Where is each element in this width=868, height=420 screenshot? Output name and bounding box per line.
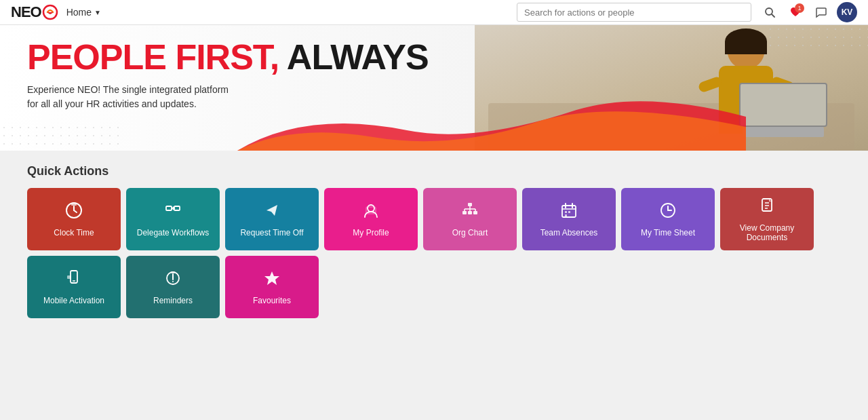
header-search-area: 1 KV bbox=[517, 2, 857, 22]
headline-black: ALWAYS bbox=[287, 37, 429, 77]
header-icons: 1 KV bbox=[760, 2, 857, 22]
card-label: Mobile Activation bbox=[43, 296, 104, 305]
svg-point-10 bbox=[368, 205, 374, 212]
quick-action-card[interactable]: Reminders bbox=[126, 256, 220, 318]
hero-subtext-line2: for all all your HR activities and updat… bbox=[27, 97, 429, 111]
dots-decoration-left bbox=[0, 123, 122, 151]
card-label: My Time Sheet bbox=[641, 228, 695, 237]
header: NEO Home ▼ 1 bbox=[0, 0, 868, 25]
chevron-down-icon: ▼ bbox=[94, 9, 101, 16]
svg-rect-25 bbox=[565, 211, 567, 213]
card-label: Team Absences bbox=[540, 228, 598, 237]
svg-rect-12 bbox=[468, 203, 472, 206]
svg-rect-15 bbox=[473, 211, 477, 214]
card-icon bbox=[460, 201, 479, 223]
chat-button[interactable] bbox=[811, 2, 831, 22]
neo-logo-icon bbox=[42, 4, 58, 20]
card-icon bbox=[757, 196, 776, 218]
search-icon bbox=[764, 7, 775, 18]
hero-headline: PEOPLE FIRST, ALWAYS bbox=[27, 39, 429, 76]
quick-actions-grid: Clock Time Delegate Workflows Request Ti… bbox=[27, 188, 841, 318]
svg-line-5 bbox=[74, 210, 77, 212]
card-icon bbox=[262, 201, 281, 223]
card-icon bbox=[163, 201, 182, 223]
quick-actions-section: Quick Actions Clock Time Delegate Workfl… bbox=[0, 151, 868, 332]
nav-home[interactable]: Home ▼ bbox=[66, 7, 101, 18]
svg-rect-6 bbox=[71, 204, 77, 206]
svg-rect-13 bbox=[462, 211, 467, 214]
card-icon bbox=[163, 269, 182, 290]
svg-point-41 bbox=[172, 281, 174, 282]
notification-badge: 1 bbox=[795, 3, 804, 13]
search-button[interactable] bbox=[760, 2, 780, 22]
notifications-button[interactable]: 1 bbox=[785, 2, 806, 22]
hero-banner: PEOPLE FIRST, ALWAYS Experience NEO! The… bbox=[0, 25, 868, 151]
quick-action-card[interactable]: Request Time Off bbox=[225, 188, 319, 250]
svg-rect-27 bbox=[565, 214, 567, 216]
search-input[interactable] bbox=[517, 3, 751, 22]
card-icon bbox=[64, 269, 83, 290]
card-label: My Profile bbox=[353, 228, 389, 237]
logo-area: NEO Home ▼ bbox=[11, 3, 101, 21]
card-icon bbox=[262, 269, 281, 290]
card-label: Org Chart bbox=[452, 228, 488, 237]
quick-action-card[interactable]: Favourites bbox=[225, 256, 319, 318]
hero-text: PEOPLE FIRST, ALWAYS Experience NEO! The… bbox=[27, 39, 429, 111]
user-avatar[interactable]: KV bbox=[837, 2, 857, 22]
chat-icon bbox=[815, 6, 827, 18]
svg-rect-42 bbox=[171, 271, 175, 273]
home-label: Home bbox=[66, 7, 92, 18]
card-label: Delegate Workflows bbox=[137, 228, 210, 237]
svg-marker-43 bbox=[264, 271, 279, 285]
svg-rect-37 bbox=[67, 275, 71, 279]
headline-red: PEOPLE FIRST, bbox=[27, 37, 279, 77]
logo-text: NEO bbox=[11, 3, 41, 21]
quick-action-card[interactable]: Delegate Workflows bbox=[126, 188, 220, 250]
svg-rect-14 bbox=[468, 211, 472, 214]
svg-rect-26 bbox=[568, 211, 570, 213]
card-icon bbox=[64, 201, 83, 223]
card-label: View Company Documents bbox=[726, 223, 808, 243]
quick-action-card[interactable]: Clock Time bbox=[27, 188, 121, 250]
dots-decoration-right bbox=[766, 25, 868, 49]
card-icon bbox=[361, 201, 380, 223]
logo: NEO bbox=[11, 3, 58, 21]
quick-action-card[interactable]: Org Chart bbox=[423, 188, 517, 250]
svg-line-2 bbox=[772, 14, 774, 17]
hero-subtext-line1: Experience NEO! The single integrated pl… bbox=[27, 83, 429, 97]
card-label: Clock Time bbox=[54, 228, 94, 237]
quick-actions-title: Quick Actions bbox=[27, 164, 841, 178]
card-icon bbox=[658, 201, 677, 223]
quick-action-card[interactable]: View Company Documents bbox=[720, 188, 814, 250]
quick-action-card[interactable]: My Time Sheet bbox=[621, 188, 715, 250]
quick-action-card[interactable]: Mobile Activation bbox=[27, 256, 121, 318]
card-label: Favourites bbox=[253, 296, 291, 305]
card-label: Request Time Off bbox=[240, 228, 303, 237]
card-label: Reminders bbox=[153, 296, 193, 305]
hero-subtext: Experience NEO! The single integrated pl… bbox=[27, 83, 429, 111]
quick-action-card[interactable]: My Profile bbox=[324, 188, 418, 250]
card-icon bbox=[559, 201, 578, 223]
svg-rect-7 bbox=[166, 206, 172, 210]
quick-action-card[interactable]: Team Absences bbox=[522, 188, 616, 250]
